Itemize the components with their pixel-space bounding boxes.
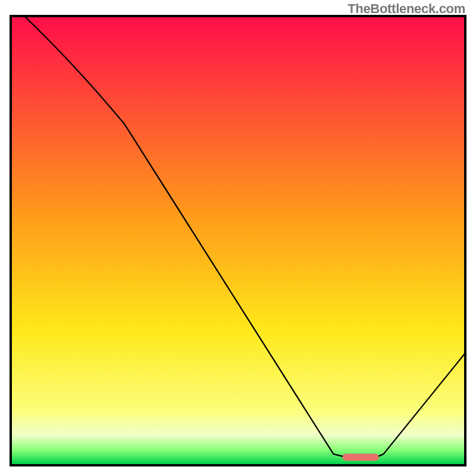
sweet-spot-marker bbox=[343, 453, 379, 461]
chart-container: TheBottleneck.com bbox=[0, 0, 476, 476]
plot-background bbox=[12, 17, 464, 464]
bottleneck-chart bbox=[0, 0, 476, 476]
